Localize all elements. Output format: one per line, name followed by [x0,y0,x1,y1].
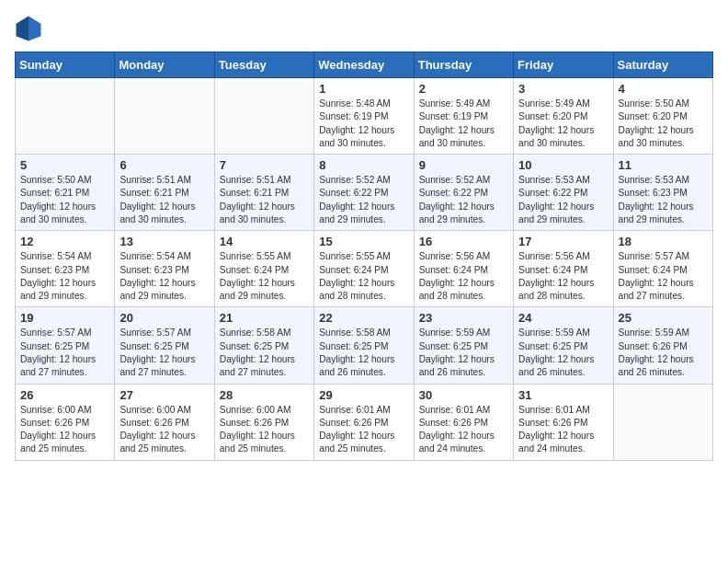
calendar-cell: 17Sunrise: 5:56 AM Sunset: 6:24 PM Dayli… [514,231,613,307]
calendar-cell: 10Sunrise: 5:53 AM Sunset: 6:22 PM Dayli… [514,155,613,231]
day-number: 30 [419,388,508,402]
day-number: 21 [220,311,309,325]
day-info: Sunrise: 5:53 AM Sunset: 6:22 PM Dayligh… [518,174,608,226]
day-info: Sunrise: 5:54 AM Sunset: 6:23 PM Dayligh… [20,250,109,303]
day-info: Sunrise: 5:48 AM Sunset: 6:19 PM Dayligh… [319,98,408,150]
day-info: Sunrise: 6:00 AM Sunset: 6:26 PM Dayligh… [220,404,309,456]
calendar-cell: 23Sunrise: 5:59 AM Sunset: 6:25 PM Dayli… [414,307,513,384]
calendar-cell: 14Sunrise: 5:55 AM Sunset: 6:24 PM Dayli… [214,231,313,307]
day-number: 28 [220,388,309,402]
day-info: Sunrise: 5:58 AM Sunset: 6:25 PM Dayligh… [220,327,309,379]
calendar-cell: 16Sunrise: 5:56 AM Sunset: 6:24 PM Dayli… [414,231,513,307]
day-info: Sunrise: 5:58 AM Sunset: 6:25 PM Dayligh… [319,327,408,379]
calendar-cell: 30Sunrise: 6:01 AM Sunset: 6:26 PM Dayli… [414,384,513,460]
day-info: Sunrise: 5:59 AM Sunset: 6:25 PM Dayligh… [518,327,608,379]
calendar-cell: 27Sunrise: 6:00 AM Sunset: 6:26 PM Dayli… [115,384,214,460]
day-number: 7 [220,158,309,172]
day-info: Sunrise: 5:59 AM Sunset: 6:26 PM Dayligh… [619,327,708,379]
header-row: SundayMondayTuesdayWednesdayThursdayFrid… [16,52,713,78]
calendar-cell: 26Sunrise: 6:00 AM Sunset: 6:26 PM Dayli… [16,384,115,460]
day-info: Sunrise: 5:53 AM Sunset: 6:23 PM Dayligh… [619,174,708,226]
day-number: 8 [319,158,408,172]
calendar-cell: 13Sunrise: 5:54 AM Sunset: 6:23 PM Dayli… [115,231,214,307]
day-number: 27 [119,388,209,402]
day-info: Sunrise: 5:50 AM Sunset: 6:21 PM Dayligh… [20,174,109,226]
calendar-week-row: 12Sunrise: 5:54 AM Sunset: 6:23 PM Dayli… [16,231,713,307]
day-number: 22 [319,311,408,325]
calendar-cell [613,384,712,460]
calendar-cell: 8Sunrise: 5:52 AM Sunset: 6:22 PM Daylig… [314,155,414,231]
day-number: 16 [419,235,508,248]
calendar-cell: 18Sunrise: 5:57 AM Sunset: 6:24 PM Dayli… [613,231,712,307]
day-info: Sunrise: 5:52 AM Sunset: 6:22 PM Dayligh… [319,174,408,226]
calendar-cell: 28Sunrise: 6:00 AM Sunset: 6:26 PM Dayli… [214,384,313,460]
day-number: 19 [20,311,109,325]
day-info: Sunrise: 6:00 AM Sunset: 6:26 PM Dayligh… [119,404,209,456]
weekday-header: Wednesday [314,52,414,78]
day-number: 17 [518,235,608,248]
calendar-cell: 1Sunrise: 5:48 AM Sunset: 6:19 PM Daylig… [314,78,414,155]
day-number: 9 [419,158,508,172]
day-number: 6 [119,158,209,172]
calendar-cell: 25Sunrise: 5:59 AM Sunset: 6:26 PM Dayli… [613,307,712,384]
day-number: 23 [419,311,508,325]
calendar-cell: 29Sunrise: 6:01 AM Sunset: 6:26 PM Dayli… [314,384,414,460]
logo-icon [15,15,42,42]
calendar-cell: 22Sunrise: 5:58 AM Sunset: 6:25 PM Dayli… [314,307,414,384]
logo [15,15,46,42]
day-number: 5 [20,158,109,172]
day-number: 2 [419,82,508,96]
calendar-cell: 9Sunrise: 5:52 AM Sunset: 6:22 PM Daylig… [414,155,513,231]
day-info: Sunrise: 5:55 AM Sunset: 6:24 PM Dayligh… [319,250,408,303]
calendar-week-row: 26Sunrise: 6:00 AM Sunset: 6:26 PM Dayli… [16,384,713,460]
day-number: 14 [220,235,309,248]
day-number: 31 [518,388,608,402]
calendar-week-row: 5Sunrise: 5:50 AM Sunset: 6:21 PM Daylig… [16,155,713,231]
calendar-cell: 21Sunrise: 5:58 AM Sunset: 6:25 PM Dayli… [214,307,313,384]
day-number: 13 [119,235,209,248]
day-info: Sunrise: 5:57 AM Sunset: 6:25 PM Dayligh… [20,327,109,379]
calendar: SundayMondayTuesdayWednesdayThursdayFrid… [15,52,713,461]
day-number: 11 [619,158,708,172]
svg-marker-2 [17,17,29,41]
weekday-header: Sunday [16,52,115,78]
calendar-cell: 15Sunrise: 5:55 AM Sunset: 6:24 PM Dayli… [314,231,414,307]
calendar-cell: 20Sunrise: 5:57 AM Sunset: 6:25 PM Dayli… [115,307,214,384]
day-number: 26 [20,388,109,402]
calendar-cell: 12Sunrise: 5:54 AM Sunset: 6:23 PM Dayli… [16,231,115,307]
calendar-cell: 4Sunrise: 5:50 AM Sunset: 6:20 PM Daylig… [613,78,712,155]
weekday-header: Saturday [613,52,712,78]
day-info: Sunrise: 5:57 AM Sunset: 6:25 PM Dayligh… [119,327,209,379]
day-number: 29 [319,388,408,402]
day-info: Sunrise: 5:52 AM Sunset: 6:22 PM Dayligh… [419,174,508,226]
day-info: Sunrise: 6:01 AM Sunset: 6:26 PM Dayligh… [319,404,408,456]
day-number: 18 [619,235,708,248]
day-info: Sunrise: 6:01 AM Sunset: 6:26 PM Dayligh… [419,404,508,456]
day-info: Sunrise: 6:01 AM Sunset: 6:26 PM Dayligh… [518,404,608,456]
calendar-cell: 19Sunrise: 5:57 AM Sunset: 6:25 PM Dayli… [16,307,115,384]
calendar-cell: 31Sunrise: 6:01 AM Sunset: 6:26 PM Dayli… [514,384,613,460]
day-info: Sunrise: 5:50 AM Sunset: 6:20 PM Dayligh… [619,98,708,150]
svg-marker-1 [28,17,41,41]
day-info: Sunrise: 5:54 AM Sunset: 6:23 PM Dayligh… [119,250,209,303]
day-number: 3 [518,82,608,96]
day-info: Sunrise: 5:49 AM Sunset: 6:20 PM Dayligh… [518,98,608,150]
calendar-cell: 6Sunrise: 5:51 AM Sunset: 6:21 PM Daylig… [115,155,214,231]
calendar-cell: 7Sunrise: 5:51 AM Sunset: 6:21 PM Daylig… [214,155,313,231]
day-info: Sunrise: 6:00 AM Sunset: 6:26 PM Dayligh… [20,404,109,456]
day-number: 25 [619,311,708,325]
weekday-header: Thursday [414,52,513,78]
calendar-week-row: 1Sunrise: 5:48 AM Sunset: 6:19 PM Daylig… [16,78,713,155]
calendar-cell: 5Sunrise: 5:50 AM Sunset: 6:21 PM Daylig… [16,155,115,231]
day-number: 15 [319,235,408,248]
page-header [15,15,713,42]
calendar-cell: 11Sunrise: 5:53 AM Sunset: 6:23 PM Dayli… [613,155,712,231]
calendar-cell: 2Sunrise: 5:49 AM Sunset: 6:19 PM Daylig… [414,78,513,155]
calendar-cell: 3Sunrise: 5:49 AM Sunset: 6:20 PM Daylig… [514,78,613,155]
day-info: Sunrise: 5:56 AM Sunset: 6:24 PM Dayligh… [419,250,508,303]
weekday-header: Tuesday [214,52,313,78]
day-number: 20 [119,311,209,325]
calendar-cell: 24Sunrise: 5:59 AM Sunset: 6:25 PM Dayli… [514,307,613,384]
day-info: Sunrise: 5:55 AM Sunset: 6:24 PM Dayligh… [220,250,309,303]
day-info: Sunrise: 5:51 AM Sunset: 6:21 PM Dayligh… [220,174,309,226]
